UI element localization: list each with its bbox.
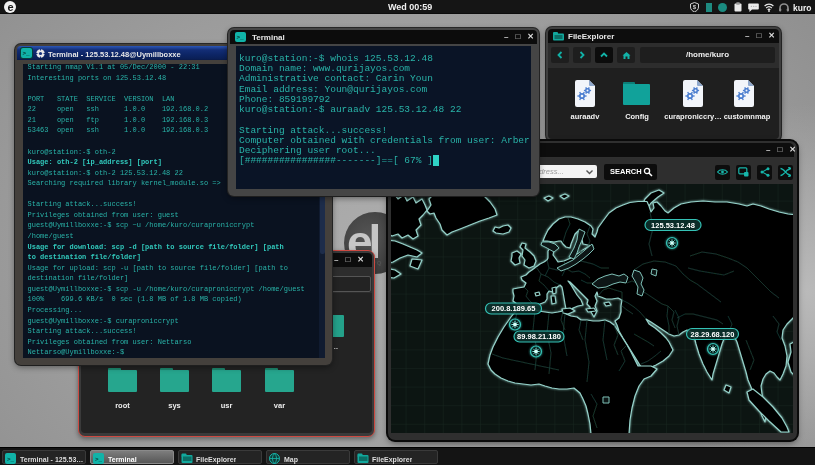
svg-text:>_: >_ — [7, 455, 15, 462]
svg-text:200.8.189.65: 200.8.189.65 — [492, 304, 536, 313]
svg-text:125.53.12.48: 125.53.12.48 — [651, 221, 695, 230]
svg-text:89.98.21.180: 89.98.21.180 — [517, 332, 561, 341]
svg-text:>_: >_ — [95, 455, 103, 462]
svg-text:$: $ — [693, 4, 697, 10]
svg-text:28.29.68.120: 28.29.68.120 — [691, 330, 735, 339]
